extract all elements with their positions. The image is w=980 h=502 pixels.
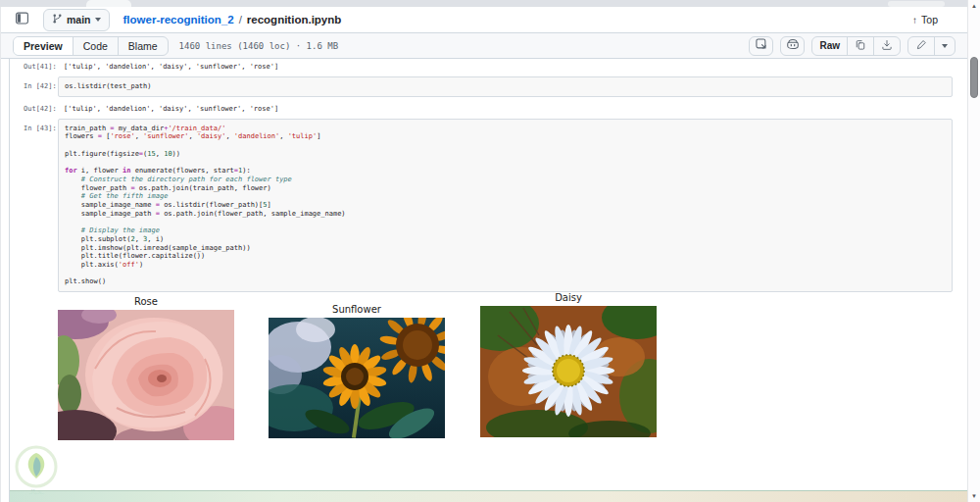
download-button[interactable] (873, 37, 900, 55)
input-prompt: In [42]: (24, 76, 58, 91)
notebook-preview: Out[41]:['tulip', 'dandelion', 'daisy', … (9, 59, 968, 502)
tab-code[interactable]: Code (73, 37, 118, 55)
code-editor: train_path = my_data_dir+'/train_data/'f… (58, 119, 953, 292)
input-prompt: In [43]: (24, 119, 58, 133)
browser-tab-hint (86, 0, 131, 7)
panel-icon (15, 11, 29, 28)
sunflower-image (269, 318, 445, 438)
rose-image (58, 310, 234, 440)
edit-group (907, 36, 956, 56)
breadcrumb-file-name: recognition.ipynb (247, 14, 341, 25)
raw-button[interactable]: Raw (812, 37, 847, 55)
chevron-down-icon (95, 18, 101, 22)
copy-icon (855, 39, 866, 53)
breadcrumb-separator: / (239, 14, 242, 25)
scrollbar: ▲ ▼ (967, 0, 980, 502)
top-label: Top (921, 14, 938, 25)
output-cell: Out[42]:['tulip', 'dandelion', 'daisy', … (10, 105, 967, 114)
figure-output: Rose (10, 292, 967, 457)
output-text: ['tulip', 'dandelion', 'daisy', 'sunflow… (64, 105, 278, 114)
figure-rose: Rose (58, 296, 234, 440)
chevron-down-icon (942, 44, 948, 48)
breadcrumb-repo-link[interactable]: flower-recognition_2 (123, 14, 234, 25)
sidebar-toggle-button[interactable] (13, 9, 31, 30)
output-text: ['tulip', 'dandelion', 'daisy', 'sunflow… (64, 63, 278, 72)
figure-daisy: Daisy (480, 292, 657, 437)
output-cell: Out[41]:['tulip', 'dandelion', 'daisy', … (10, 63, 967, 72)
scrollbar-down-arrow[interactable]: ▼ (968, 492, 980, 500)
figure-title-daisy: Daisy (480, 292, 657, 303)
notebook-cells: Out[41]:['tulip', 'dandelion', 'daisy', … (10, 63, 967, 292)
scrollbar-up-arrow[interactable]: ▲ (968, 2, 980, 10)
file-toolbar: Preview Code Blame 1460 lines (1460 loc)… (1, 33, 967, 59)
bottom-gradient-strip (10, 490, 967, 502)
symbols-panel-button[interactable] (749, 36, 773, 56)
copilot-icon (786, 37, 800, 55)
figure-title-sunflower: Sunflower (269, 304, 445, 315)
browser-chrome-strip (0, 0, 980, 7)
tab-blame[interactable]: Blame (118, 37, 168, 55)
pencil-icon (915, 39, 927, 53)
breadcrumb: flower-recognition_2/recognition.ipynb (123, 14, 342, 25)
scrollbar-thumb[interactable] (970, 57, 978, 98)
copilot-button[interactable] (780, 36, 805, 56)
branch-selector[interactable]: main (43, 9, 110, 31)
git-branch-icon (52, 11, 63, 28)
edit-button[interactable] (908, 37, 934, 55)
download-icon (881, 39, 893, 53)
raw-copy-download-group: Raw (811, 36, 901, 56)
toolbar-actions: Raw (749, 36, 956, 56)
input-cell: In [42]:os.listdir(test_path) (10, 76, 967, 97)
view-tabs: Preview Code Blame (13, 36, 169, 56)
input-cell: In [43]:train_path = my_data_dir+'/train… (10, 119, 967, 292)
daisy-image (480, 306, 657, 437)
figure-sunflower: Sunflower (269, 304, 445, 438)
tab-preview[interactable]: Preview (14, 37, 73, 55)
copy-button[interactable] (847, 37, 873, 55)
code-editor: os.listdir(test_path) (58, 76, 953, 97)
github-file-page: main flower-recognition_2/recognition.ip… (0, 7, 967, 502)
output-prompt: Out[41]: (24, 63, 58, 72)
scroll-to-top-link[interactable]: ↑ Top (912, 14, 938, 25)
file-meta-info: 1460 lines (1460 loc) · 1.6 MB (179, 41, 339, 51)
branch-name: main (67, 14, 91, 25)
file-header-bar: main flower-recognition_2/recognition.ip… (1, 7, 967, 33)
up-arrow-icon: ↑ (912, 15, 917, 25)
figure-title-rose: Rose (58, 296, 234, 307)
symbols-panel-icon (755, 37, 768, 55)
output-prompt: Out[42]: (24, 105, 58, 114)
edit-more-button[interactable] (934, 37, 955, 55)
